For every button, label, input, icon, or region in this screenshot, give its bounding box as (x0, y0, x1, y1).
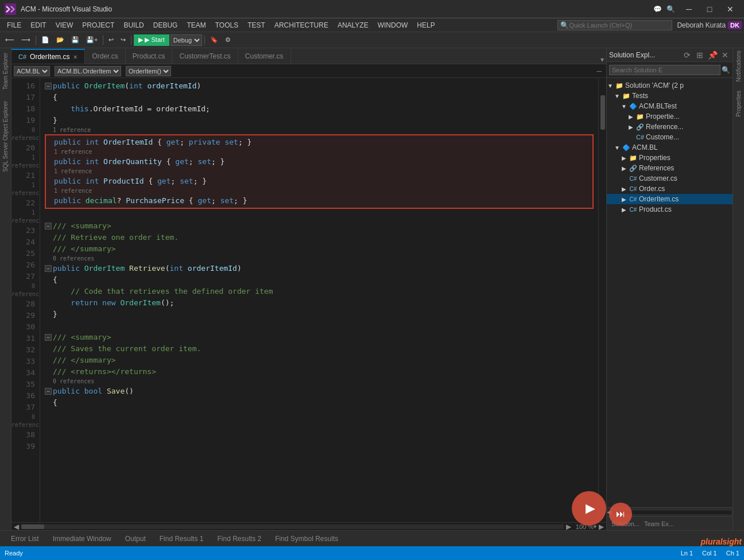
tab-orderitem[interactable]: C# OrderItem.cs ✕ (11, 49, 85, 64)
tree-acmbltest[interactable]: ▼ 🔷 ACM.BLTest (607, 101, 733, 111)
btab-errorlist[interactable]: Error List (5, 533, 45, 545)
properties-tab[interactable]: Properties (735, 91, 742, 117)
back-button[interactable]: ⟵ (2, 34, 17, 46)
menu-architecture[interactable]: ARCHITECTURE (270, 20, 333, 30)
notifications-tab[interactable]: Notifications (735, 50, 742, 81)
open-button[interactable]: 📂 (53, 34, 67, 46)
btab-immediate[interactable]: Immediate Window (46, 533, 118, 545)
horiz-track[interactable] (21, 524, 564, 529)
tree-acmbl-product[interactable]: ▶ C# Product.cs (607, 204, 733, 215)
se-search-input[interactable] (609, 65, 720, 75)
menu-test[interactable]: TEST (243, 20, 270, 30)
horiz-thumb[interactable] (21, 524, 44, 529)
team-explorer-tab[interactable]: Team Explorer (2, 53, 9, 90)
tree-acmbl-customer[interactable]: C# Customer.cs (607, 173, 733, 184)
maximize-button[interactable]: □ (700, 3, 719, 15)
forward-overlay-button[interactable] (609, 503, 632, 526)
se-team-tab[interactable]: Team Ex... (642, 520, 676, 527)
method-select[interactable]: OrderItem() (126, 66, 171, 76)
code-line-32: } (45, 309, 594, 320)
undo-button[interactable]: ↩ (106, 34, 117, 46)
menu-window[interactable]: WINDOW (373, 20, 413, 30)
project-select[interactable]: ACM.BL (14, 66, 50, 76)
btab-findresults1[interactable]: Find Results 1 (153, 533, 210, 545)
tab-orderitem-close[interactable]: ✕ (73, 54, 78, 60)
menu-analyze[interactable]: ANALYZE (333, 20, 373, 30)
tab-customer[interactable]: Customer.cs (238, 49, 291, 64)
tab-bar: C# OrderItem.cs ✕ Order.cs Product.cs Cu… (11, 48, 606, 64)
menu-build[interactable]: BUILD (119, 20, 148, 30)
tab-product[interactable]: Product.cs (126, 49, 173, 64)
code-editor[interactable]: − public OrderItem(int orderItemId) { th… (40, 78, 598, 522)
tree-acmbl-properties[interactable]: ▶ 📁 Properties (607, 153, 733, 163)
redo-button[interactable]: ↪ (118, 34, 129, 46)
menu-tools[interactable]: TOOLS (211, 20, 243, 30)
tree-acmbltest-references[interactable]: ▶ 🔗 Reference... (607, 122, 733, 132)
vertical-scrollbar[interactable] (598, 78, 606, 522)
prop-expand-icon: ▶ (627, 114, 634, 120)
tree-acmbl[interactable]: ▼ 🔷 ACM.BL (607, 142, 733, 153)
tree-tests[interactable]: ▼ 📁 Tests (607, 91, 733, 101)
menu-edit[interactable]: EDIT (26, 20, 51, 30)
scroll-right-btn[interactable]: ▶ (564, 523, 574, 531)
scroll-right2[interactable]: ▶ (596, 523, 606, 531)
tree-acmbl-order[interactable]: ▶ C# Order.cs (607, 184, 733, 194)
bookmark-button[interactable]: 🔖 (207, 34, 221, 46)
btab-findsymbol[interactable]: Find Symbol Results (269, 533, 344, 545)
menu-help[interactable]: HELP (412, 20, 439, 30)
tree-acmbltest-customer[interactable]: C# Custome... (607, 132, 733, 142)
settings-button[interactable]: ⚙ (222, 34, 234, 46)
tab-customertest[interactable]: CustomerTest.cs (172, 49, 238, 64)
debug-select[interactable]: Debug (170, 34, 202, 46)
class-select[interactable]: ACM.BL.OrderItem (55, 66, 121, 76)
tree-cust-label: Custome... (646, 133, 679, 141)
new-project-button[interactable]: 📄 (38, 34, 52, 46)
btab-findresults2[interactable]: Find Results 2 (211, 533, 268, 545)
menu-project[interactable]: PROJECT (78, 20, 119, 30)
play-overlay-button[interactable] (572, 491, 606, 526)
quicklaunch-input[interactable] (569, 22, 661, 29)
save-button[interactable]: 💾 (68, 34, 82, 46)
filter-icon[interactable]: 🔍 (666, 5, 675, 13)
scroll-left-btn[interactable]: ◀ (11, 523, 21, 531)
search-icon: 🔍 (560, 21, 569, 29)
save-all-button[interactable]: 💾+ (83, 34, 100, 46)
menu-team[interactable]: TEAM (182, 20, 210, 30)
minimize-button[interactable]: ─ (680, 3, 698, 15)
tree-acmbl-references[interactable]: ▶ 🔗 References (607, 163, 733, 173)
notify-icon[interactable]: 💬 (653, 5, 662, 13)
expand-34[interactable]: − (45, 334, 52, 341)
tree-acmbltest-properties[interactable]: ▶ 📁 Propertie... (607, 111, 733, 122)
tab-orderitem-label: OrderItem.cs (30, 53, 69, 61)
menu-file[interactable]: FILE (2, 20, 26, 30)
expand-16[interactable]: − (45, 83, 52, 90)
code-line-17: { (45, 92, 594, 103)
se-properties-btn[interactable]: ⊞ (695, 50, 705, 60)
se-pin-btn[interactable]: 📌 (707, 50, 718, 60)
play-icon: ▶ (138, 36, 143, 44)
sql-server-tab[interactable]: SQL Server Object Explorer (2, 101, 9, 172)
scrollbar-thumb[interactable] (600, 95, 605, 130)
tab-order[interactable]: Order.cs (85, 49, 125, 64)
menu-debug[interactable]: DEBUG (149, 20, 183, 30)
user-info: Deborah Kurata DK (677, 21, 742, 29)
se-search-icon[interactable]: 🔍 (722, 66, 730, 74)
ln-17: 17 (11, 92, 40, 103)
btab-output[interactable]: Output (119, 533, 152, 545)
se-sync-btn[interactable]: ⟳ (682, 50, 692, 60)
tree-solution[interactable]: ▼ 📁 Solution 'ACM' (2 p (607, 80, 733, 91)
left-panel-icons: Team Explorer SQL Server Object Explorer (0, 48, 11, 172)
tab-dropdown[interactable]: ▾ (598, 56, 606, 64)
expand-25[interactable]: − (45, 223, 52, 230)
tree-acmbl-orderitem[interactable]: ▶ C# OrderItem.cs (607, 194, 733, 204)
expand-38[interactable]: − (45, 388, 52, 395)
code-line-39: { (45, 397, 594, 409)
se-close-btn[interactable]: ✕ (720, 50, 730, 60)
close-button[interactable]: ✕ (721, 3, 739, 15)
expand-28[interactable]: − (45, 265, 52, 272)
start-button[interactable]: ▶ ▶ Start (134, 34, 169, 46)
acmbl-expand-icon: ▼ (614, 145, 621, 151)
nav-collapse-icon[interactable]: ─ (596, 67, 602, 75)
menu-view[interactable]: VIEW (51, 20, 78, 30)
fwd-button[interactable]: ⟶ (18, 34, 33, 46)
